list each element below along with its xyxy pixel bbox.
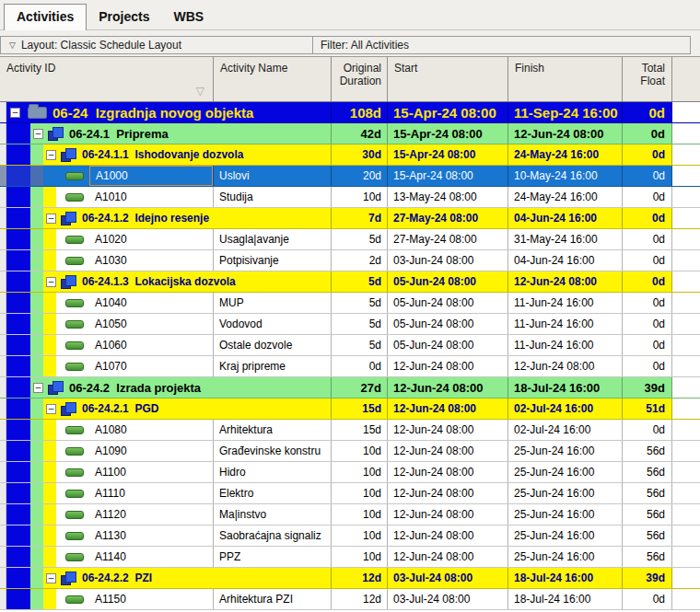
duration-cell[interactable]: 0d [332,356,388,376]
start-cell[interactable]: 03-Jul-24 08:00 [388,568,508,588]
duration-cell[interactable]: 10d [332,462,388,482]
finish-cell[interactable]: 11-Sep-24 16:00 [508,102,623,122]
table-row[interactable]: A1120Ma|instvo10d12-Jun-24 08:0025-Jun-2… [0,504,700,525]
start-cell[interactable]: 05-Jun-24 08:00 [388,335,508,355]
total-float-cell[interactable]: 0d [623,271,672,292]
table-row[interactable]: A1150Arhitektura PZI12d03-Jul-24 08:0018… [0,589,700,610]
collapse-button[interactable]: – [46,573,56,583]
activity-name-cell[interactable]: Uslovi [214,166,332,186]
tab-activities[interactable]: Activities [4,4,87,30]
activity-id-cell[interactable]: A1000 [56,166,214,186]
total-float-cell[interactable]: 56d [623,525,672,546]
table-row[interactable]: A1040MUP5d05-Jun-24 08:0011-Jun-24 16:00… [0,293,700,314]
total-float-cell[interactable]: 51d [623,398,672,419]
duration-cell[interactable]: 27d [332,377,388,398]
tab-projects[interactable]: Projects [87,5,161,29]
activity-name-cell[interactable]: Arhitektura PZI [214,589,332,609]
finish-cell[interactable]: 11-Jun-24 16:00 [508,335,623,355]
duration-cell[interactable]: 108d [332,102,388,122]
finish-cell[interactable]: 18-Jul-24 16:00 [508,568,623,588]
column-header-start[interactable]: Start [388,57,508,101]
table-row[interactable]: –06-24.2.1 PGD15d12-Jun-24 08:0002-Jul-2… [0,398,700,420]
total-float-cell[interactable]: 0d [623,144,672,165]
activity-name-cell[interactable]: MUP [214,293,332,313]
group-band-cell[interactable]: –06-24 Izgradnja novog objekta [6,102,332,122]
total-float-cell[interactable]: 0d [623,250,672,271]
start-cell[interactable]: 05-Jun-24 08:00 [388,271,508,292]
activity-id-cell[interactable]: A1100 [56,462,214,482]
total-float-cell[interactable]: 0d [623,102,672,122]
start-cell[interactable]: 13-May-24 08:00 [388,187,508,207]
finish-cell[interactable]: 18-Jul-24 16:00 [508,377,623,398]
total-float-cell[interactable]: 0d [623,166,672,186]
collapse-button[interactable]: – [33,129,43,139]
duration-cell[interactable]: 10d [332,525,388,546]
column-header-activity-name[interactable]: Activity Name [214,57,332,101]
finish-cell[interactable]: 25-Jun-24 16:00 [508,462,623,482]
activity-name-cell[interactable]: Elektro [214,483,332,503]
activity-name-cell[interactable]: Građevinske konstru [214,441,332,461]
duration-cell[interactable]: 30d [332,144,388,165]
total-float-cell[interactable]: 0d [623,187,672,207]
finish-cell[interactable]: 02-Jul-24 16:00 [508,420,623,440]
start-cell[interactable]: 15-Apr-24 08:00 [388,144,508,165]
collapse-button[interactable]: – [10,108,20,118]
duration-cell[interactable]: 10d [332,441,388,461]
start-cell[interactable]: 12-Jun-24 08:00 [388,377,508,398]
start-cell[interactable]: 12-Jun-24 08:00 [388,483,508,503]
activity-id-cell[interactable]: A1040 [56,293,214,313]
total-float-cell[interactable]: 0d [623,314,672,334]
total-float-cell[interactable]: 0d [623,335,672,355]
duration-cell[interactable]: 10d [332,187,388,207]
column-header-original-duration[interactable]: Original Duration [332,57,388,101]
column-header-finish[interactable]: Finish [508,57,623,101]
start-cell[interactable]: 12-Jun-24 08:00 [388,420,508,440]
tab-wbs[interactable]: WBS [162,5,216,29]
activity-id-cell[interactable]: A1140 [56,547,214,567]
group-band-cell[interactable]: –06-24.1.3 Lokacijska dozvola [43,271,332,292]
table-row[interactable]: –06-24.2.2 PZI12d03-Jul-24 08:0018-Jul-2… [0,568,700,589]
duration-cell[interactable]: 42d [332,123,388,144]
table-row[interactable]: A1080Arhitektura15d12-Jun-24 08:0002-Jul… [0,420,700,441]
activity-id-cell[interactable]: A1130 [56,525,214,546]
start-cell[interactable]: 12-Jun-24 08:00 [388,462,508,482]
duration-cell[interactable]: 5d [332,271,388,292]
finish-cell[interactable]: 25-Jun-24 16:00 [508,547,623,567]
activity-id-cell[interactable]: A1090 [56,441,214,461]
total-float-cell[interactable]: 0d [623,589,672,609]
total-float-cell[interactable]: 39d [623,568,672,588]
duration-cell[interactable]: 10d [332,547,388,567]
duration-cell[interactable]: 12d [332,589,388,609]
activity-name-cell[interactable]: Vodovod [214,314,332,334]
layout-section[interactable]: ▽ Layout: Classic Schedule Layout [1,37,312,53]
activity-name-cell[interactable]: Studija [214,187,332,207]
column-header-total-float[interactable]: Total Float [623,57,672,101]
activity-id-cell[interactable]: A1110 [56,483,214,503]
activity-id-cell[interactable]: A1010 [56,187,214,207]
table-row[interactable]: –06-24.1.3 Lokacijska dozvola5d05-Jun-24… [0,271,700,293]
start-cell[interactable]: 12-Jun-24 08:00 [388,356,508,376]
activity-name-cell[interactable]: Ma|instvo [214,504,332,525]
collapse-button[interactable]: – [46,277,56,287]
layout-chevron-icon[interactable]: ▽ [9,40,16,50]
table-row[interactable]: A1000Uslovi20d15-Apr-24 08:0010-May-24 1… [0,166,700,187]
start-cell[interactable]: 15-Apr-24 08:00 [388,102,508,122]
total-float-cell[interactable]: 0d [623,356,672,376]
start-cell[interactable]: 03-Jun-24 08:00 [388,250,508,271]
table-row[interactable]: A1050Vodovod5d05-Jun-24 08:0011-Jun-24 1… [0,314,700,335]
activity-name-cell[interactable]: Arhitektura [214,420,332,440]
duration-cell[interactable]: 12d [332,568,388,588]
activity-name-cell[interactable]: Saobraćajna signaliz [214,525,332,546]
duration-cell[interactable]: 10d [332,483,388,503]
start-cell[interactable]: 05-Jun-24 08:00 [388,293,508,313]
activity-id-cell[interactable]: A1030 [56,250,214,271]
group-band-cell[interactable]: –06-24.1.1 Ishodovanje dozvola [43,144,332,165]
finish-cell[interactable]: 24-May-24 16:00 [508,144,623,165]
table-row[interactable]: A1130Saobraćajna signaliz10d12-Jun-24 08… [0,525,700,547]
duration-cell[interactable]: 5d [332,314,388,334]
duration-cell[interactable]: 10d [332,504,388,525]
total-float-cell[interactable]: 0d [623,208,672,228]
finish-cell[interactable]: 11-Jun-24 16:00 [508,293,623,313]
activity-name-cell[interactable]: Usagla|avanje [214,229,332,249]
group-band-cell[interactable]: –06-24.1.2 Idejno resenje [43,208,332,228]
